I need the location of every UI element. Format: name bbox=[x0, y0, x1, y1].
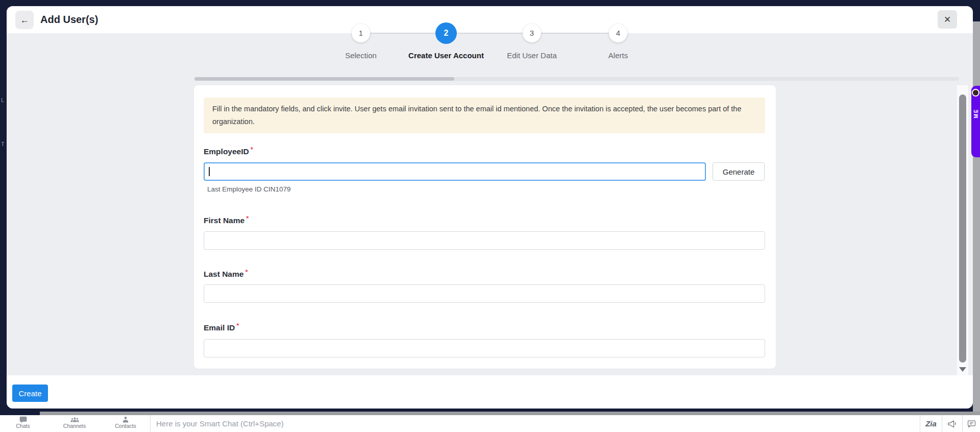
zia-assistant-icon[interactable]: Zia bbox=[920, 415, 942, 432]
window-edge-strip bbox=[973, 21, 980, 415]
last-employee-id-hint: Last Employee ID CIN1079 bbox=[207, 185, 291, 193]
vertical-scrollbar-track[interactable] bbox=[957, 85, 968, 378]
left-edge-text-fragment: L bbox=[1, 97, 4, 103]
required-asterisk: * bbox=[245, 268, 248, 276]
add-users-modal: ← Add User(s) ✕ 1 2 3 4 Selection Create… bbox=[7, 6, 973, 409]
modal-footer: Create bbox=[7, 375, 973, 409]
side-widget-label: ME bbox=[973, 112, 979, 118]
bottom-nav-channels[interactable]: Channels bbox=[53, 415, 96, 432]
last-name-label-text: Last Name bbox=[204, 270, 243, 278]
people-group-icon bbox=[70, 416, 79, 423]
back-button[interactable]: ← bbox=[15, 11, 34, 29]
required-asterisk: * bbox=[236, 322, 239, 329]
stepper-step-3-circle[interactable]: 3 bbox=[523, 24, 541, 42]
bottom-nav-chats[interactable]: Chats bbox=[2, 415, 44, 432]
horizontal-scrollbar-thumb[interactable] bbox=[194, 77, 454, 81]
first-name-label: First Name* bbox=[204, 216, 249, 225]
employee-id-label: EmployeeID* bbox=[204, 147, 253, 156]
close-button[interactable]: ✕ bbox=[938, 10, 957, 29]
stepper-step-1-circle[interactable]: 1 bbox=[352, 24, 370, 42]
employee-id-label-text: EmployeeID bbox=[204, 147, 249, 156]
close-icon: ✕ bbox=[944, 15, 951, 25]
employee-id-field[interactable] bbox=[204, 162, 706, 181]
text-caret bbox=[209, 167, 210, 176]
bottom-divider-strip bbox=[40, 412, 980, 415]
bottom-nav-contacts[interactable]: Contacts bbox=[104, 415, 147, 432]
announcements-icon[interactable] bbox=[942, 415, 962, 432]
side-widget-avatar-icon bbox=[972, 89, 979, 97]
scroll-down-arrow[interactable] bbox=[959, 367, 966, 372]
horizontal-scrollbar-track[interactable] bbox=[194, 77, 959, 81]
bottom-nav-label: Chats bbox=[2, 423, 44, 429]
stepper-connector-line bbox=[361, 33, 618, 34]
chat-bubble-icon bbox=[19, 416, 27, 423]
page-title: Add User(s) bbox=[40, 6, 98, 33]
first-name-field[interactable] bbox=[204, 231, 765, 250]
vertical-scrollbar-thumb[interactable] bbox=[959, 94, 966, 363]
back-arrow-icon: ← bbox=[20, 15, 29, 25]
stepper-step-4-label[interactable]: Alerts bbox=[562, 51, 674, 60]
left-edge-text-fragment: T bbox=[1, 141, 5, 147]
first-name-label-text: First Name bbox=[204, 216, 244, 225]
info-banner: Fill in the mandatory fields, and click … bbox=[204, 98, 765, 133]
email-id-label: Email ID* bbox=[204, 323, 239, 332]
generate-button[interactable]: Generate bbox=[713, 162, 765, 181]
bottom-nav-label: Contacts bbox=[104, 423, 147, 429]
person-icon bbox=[122, 416, 129, 423]
app-window: L T ← Add User(s) ✕ 1 2 3 4 Selection Cr… bbox=[0, 0, 980, 432]
smart-chat-input[interactable] bbox=[156, 415, 483, 432]
smart-chat-bar: Chats Channels Contacts Zia bbox=[0, 415, 980, 432]
megaphone-icon bbox=[947, 419, 957, 428]
bottom-bar-divider bbox=[150, 415, 151, 432]
stepper-step-4-circle[interactable]: 4 bbox=[609, 24, 627, 42]
comment-box-icon bbox=[967, 420, 976, 428]
last-name-label: Last Name* bbox=[204, 270, 248, 279]
email-id-label-text: Email ID bbox=[204, 323, 235, 332]
bottom-nav-label: Channels bbox=[53, 423, 96, 429]
feedback-icon[interactable] bbox=[963, 415, 980, 432]
create-user-account-card: Fill in the mandatory fields, and click … bbox=[194, 85, 776, 369]
create-button[interactable]: Create bbox=[12, 385, 48, 402]
side-widget-tab[interactable]: ME bbox=[971, 86, 980, 157]
required-asterisk: * bbox=[251, 146, 253, 153]
stepper-step-2-circle-active[interactable]: 2 bbox=[435, 22, 457, 44]
email-id-field[interactable] bbox=[204, 339, 765, 357]
last-name-field[interactable] bbox=[204, 284, 765, 303]
required-asterisk: * bbox=[246, 214, 249, 222]
modal-header: ← Add User(s) ✕ bbox=[7, 6, 973, 33]
